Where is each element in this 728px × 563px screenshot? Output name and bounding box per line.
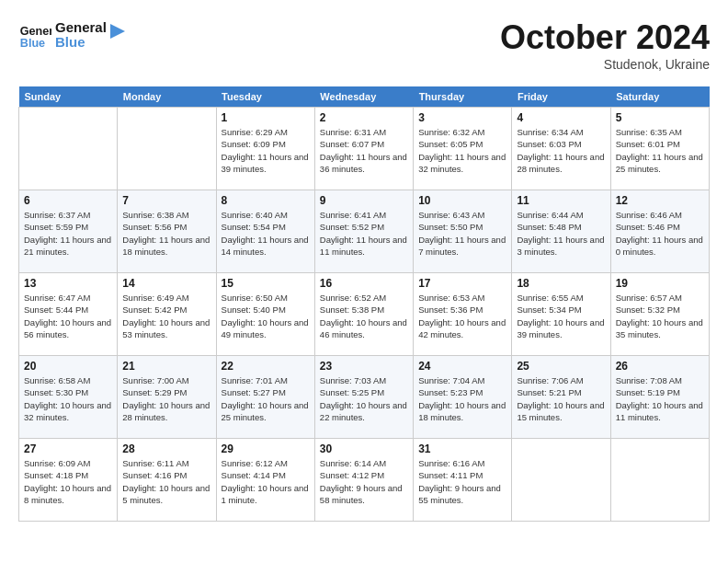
day-number: 25 <box>517 360 605 373</box>
calendar-cell: 23Sunrise: 7:03 AM Sunset: 5:25 PM Dayli… <box>314 356 413 439</box>
calendar-cell: 29Sunrise: 6:12 AM Sunset: 4:14 PM Dayli… <box>216 439 314 522</box>
calendar-week-5: 27Sunrise: 6:09 AM Sunset: 4:18 PM Dayli… <box>19 439 710 522</box>
day-number: 2 <box>320 111 408 124</box>
cell-content: Sunrise: 6:31 AM Sunset: 6:07 PM Dayligh… <box>320 126 408 175</box>
cell-content: Sunrise: 6:34 AM Sunset: 6:03 PM Dayligh… <box>517 126 605 175</box>
calendar-cell: 15Sunrise: 6:50 AM Sunset: 5:40 PM Dayli… <box>216 273 314 356</box>
day-number: 12 <box>616 194 704 207</box>
cell-content: Sunrise: 7:06 AM Sunset: 5:21 PM Dayligh… <box>517 374 605 423</box>
day-number: 19 <box>616 277 704 290</box>
cell-content: Sunrise: 6:57 AM Sunset: 5:32 PM Dayligh… <box>616 292 704 340</box>
calendar-cell: 20Sunrise: 6:58 AM Sunset: 5:30 PM Dayli… <box>19 356 118 439</box>
cell-content: Sunrise: 6:49 AM Sunset: 5:42 PM Dayligh… <box>122 292 210 340</box>
logo: General Blue General Blue <box>18 18 127 52</box>
calendar-cell: 2Sunrise: 6:31 AM Sunset: 6:07 PM Daylig… <box>314 108 413 190</box>
cell-content: Sunrise: 7:08 AM Sunset: 5:19 PM Dayligh… <box>616 374 704 423</box>
cell-content: Sunrise: 6:55 AM Sunset: 5:34 PM Dayligh… <box>517 292 605 340</box>
calendar-cell: 21Sunrise: 7:00 AM Sunset: 5:29 PM Dayli… <box>118 356 216 439</box>
calendar-cell: 12Sunrise: 6:46 AM Sunset: 5:46 PM Dayli… <box>610 190 709 273</box>
calendar-cell: 8Sunrise: 6:40 AM Sunset: 5:54 PM Daylig… <box>216 190 314 273</box>
cell-content: Sunrise: 6:50 AM Sunset: 5:40 PM Dayligh… <box>222 292 310 340</box>
day-number: 26 <box>616 360 704 373</box>
calendar-cell <box>118 108 216 190</box>
day-number: 27 <box>24 442 112 455</box>
col-sunday: Sunday <box>19 86 118 108</box>
cell-content: Sunrise: 6:46 AM Sunset: 5:46 PM Dayligh… <box>616 209 704 258</box>
cell-content: Sunrise: 7:03 AM Sunset: 5:25 PM Dayligh… <box>320 374 408 423</box>
day-number: 28 <box>122 442 210 455</box>
calendar-cell: 19Sunrise: 6:57 AM Sunset: 5:32 PM Dayli… <box>610 273 709 356</box>
day-number: 16 <box>320 277 408 290</box>
day-number: 7 <box>122 194 210 207</box>
calendar-cell <box>19 108 118 190</box>
day-number: 30 <box>320 442 408 455</box>
logo-arrow-icon <box>108 22 127 40</box>
svg-marker-3 <box>110 24 125 39</box>
col-monday: Monday <box>118 86 216 108</box>
calendar-cell <box>610 439 709 522</box>
col-saturday: Saturday <box>610 86 709 108</box>
day-number: 24 <box>418 360 506 373</box>
cell-content: Sunrise: 7:04 AM Sunset: 5:23 PM Dayligh… <box>418 374 506 423</box>
day-number: 13 <box>24 277 112 290</box>
col-thursday: Thursday <box>414 86 512 108</box>
cell-content: Sunrise: 6:11 AM Sunset: 4:16 PM Dayligh… <box>122 457 210 506</box>
calendar-cell: 16Sunrise: 6:52 AM Sunset: 5:38 PM Dayli… <box>314 273 413 356</box>
calendar-cell: 27Sunrise: 6:09 AM Sunset: 4:18 PM Dayli… <box>19 439 118 522</box>
col-friday: Friday <box>512 86 610 108</box>
cell-content: Sunrise: 6:12 AM Sunset: 4:14 PM Dayligh… <box>222 457 310 506</box>
cell-content: Sunrise: 6:35 AM Sunset: 6:01 PM Dayligh… <box>616 126 704 175</box>
cell-content: Sunrise: 6:16 AM Sunset: 4:11 PM Dayligh… <box>418 457 506 506</box>
calendar-header: Sunday Monday Tuesday Wednesday Thursday… <box>19 86 710 108</box>
calendar-cell: 31Sunrise: 6:16 AM Sunset: 4:11 PM Dayli… <box>414 439 512 522</box>
calendar-cell: 11Sunrise: 6:44 AM Sunset: 5:48 PM Dayli… <box>512 190 610 273</box>
day-number: 31 <box>418 442 506 455</box>
cell-content: Sunrise: 6:14 AM Sunset: 4:12 PM Dayligh… <box>320 457 408 506</box>
day-number: 5 <box>616 111 704 124</box>
calendar-cell: 3Sunrise: 6:32 AM Sunset: 6:05 PM Daylig… <box>414 108 512 190</box>
calendar-table: Sunday Monday Tuesday Wednesday Thursday… <box>18 86 710 522</box>
day-number: 21 <box>122 360 210 373</box>
calendar-cell <box>512 439 610 522</box>
day-number: 29 <box>222 442 310 455</box>
calendar-cell: 1Sunrise: 6:29 AM Sunset: 6:09 PM Daylig… <box>216 108 314 190</box>
day-number: 23 <box>320 360 408 373</box>
day-number: 9 <box>320 194 408 207</box>
day-number: 4 <box>517 111 605 124</box>
cell-content: Sunrise: 6:44 AM Sunset: 5:48 PM Dayligh… <box>517 209 605 258</box>
cell-content: Sunrise: 7:00 AM Sunset: 5:29 PM Dayligh… <box>122 374 210 423</box>
calendar-cell: 18Sunrise: 6:55 AM Sunset: 5:34 PM Dayli… <box>512 273 610 356</box>
cell-content: Sunrise: 6:52 AM Sunset: 5:38 PM Dayligh… <box>320 292 408 340</box>
cell-content: Sunrise: 6:38 AM Sunset: 5:56 PM Dayligh… <box>122 209 210 258</box>
calendar-cell: 22Sunrise: 7:01 AM Sunset: 5:27 PM Dayli… <box>216 356 314 439</box>
calendar-cell: 28Sunrise: 6:11 AM Sunset: 4:16 PM Dayli… <box>118 439 216 522</box>
cell-content: Sunrise: 6:47 AM Sunset: 5:44 PM Dayligh… <box>24 292 112 340</box>
day-number: 8 <box>222 194 310 207</box>
calendar-cell: 9Sunrise: 6:41 AM Sunset: 5:52 PM Daylig… <box>314 190 413 273</box>
logo-icon: General Blue <box>18 18 51 52</box>
day-number: 22 <box>222 360 310 373</box>
day-number: 6 <box>24 194 112 207</box>
calendar-cell: 24Sunrise: 7:04 AM Sunset: 5:23 PM Dayli… <box>414 356 512 439</box>
month-title: October 2024 <box>500 18 710 57</box>
cell-content: Sunrise: 7:01 AM Sunset: 5:27 PM Dayligh… <box>222 374 310 423</box>
cell-content: Sunrise: 6:29 AM Sunset: 6:09 PM Dayligh… <box>222 126 310 175</box>
day-number: 10 <box>418 194 506 207</box>
cell-content: Sunrise: 6:58 AM Sunset: 5:30 PM Dayligh… <box>24 374 112 423</box>
cell-content: Sunrise: 6:37 AM Sunset: 5:59 PM Dayligh… <box>24 209 112 258</box>
cell-content: Sunrise: 6:40 AM Sunset: 5:54 PM Dayligh… <box>222 209 310 258</box>
calendar-cell: 13Sunrise: 6:47 AM Sunset: 5:44 PM Dayli… <box>19 273 118 356</box>
cell-content: Sunrise: 6:43 AM Sunset: 5:50 PM Dayligh… <box>418 209 506 258</box>
cell-content: Sunrise: 6:09 AM Sunset: 4:18 PM Dayligh… <box>24 457 112 506</box>
calendar-week-1: 1Sunrise: 6:29 AM Sunset: 6:09 PM Daylig… <box>19 108 710 190</box>
day-number: 17 <box>418 277 506 290</box>
cell-content: Sunrise: 6:32 AM Sunset: 6:05 PM Dayligh… <box>418 126 506 175</box>
calendar-cell: 25Sunrise: 7:06 AM Sunset: 5:21 PM Dayli… <box>512 356 610 439</box>
calendar-week-4: 20Sunrise: 6:58 AM Sunset: 5:30 PM Dayli… <box>19 356 710 439</box>
calendar-body: 1Sunrise: 6:29 AM Sunset: 6:09 PM Daylig… <box>19 108 710 522</box>
calendar-cell: 10Sunrise: 6:43 AM Sunset: 5:50 PM Dayli… <box>414 190 512 273</box>
svg-text:Blue: Blue <box>20 37 45 50</box>
col-wednesday: Wednesday <box>314 86 413 108</box>
cell-content: Sunrise: 6:41 AM Sunset: 5:52 PM Dayligh… <box>320 209 408 258</box>
day-number: 20 <box>24 360 112 373</box>
